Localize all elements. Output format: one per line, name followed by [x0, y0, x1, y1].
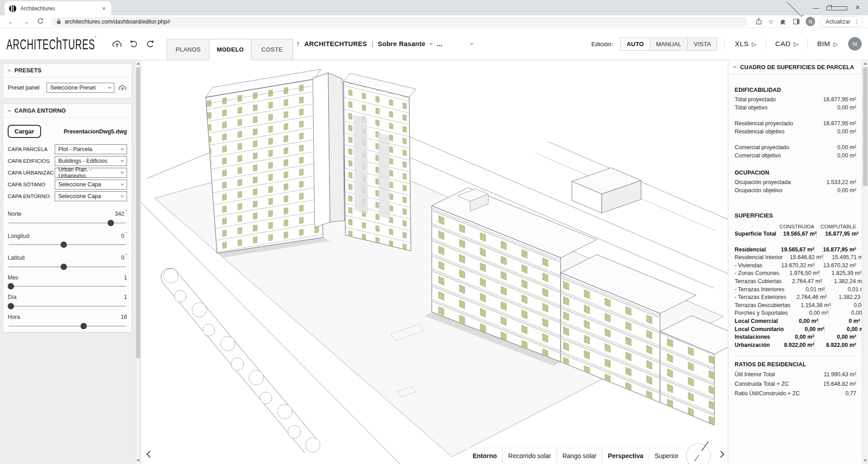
preset-upload-icon[interactable] — [118, 84, 127, 92]
browser-tab-title: Architechtures — [20, 5, 97, 12]
window-controls: — × — [785, 0, 868, 15]
reload-icon[interactable] — [34, 18, 46, 26]
slider-thumb[interactable] — [61, 264, 67, 270]
slider-track[interactable] — [9, 244, 126, 245]
presets-panel-header[interactable]: PRESETS — [3, 64, 132, 77]
slider-track[interactable] — [9, 326, 126, 327]
tab-close-icon[interactable]: × — [101, 5, 107, 12]
favicon-architechtures-icon — [9, 5, 16, 12]
superficies-heading: SUPERFICIES — [735, 213, 856, 219]
viewport-3d[interactable]: EntornoRecorrido solarRango solarPerspec… — [141, 60, 728, 464]
chevron-down-icon — [121, 194, 124, 197]
edition-auto[interactable]: AUTO — [620, 38, 650, 51]
bookmark-star-icon[interactable]: ☆ — [768, 18, 774, 26]
restore-button[interactable] — [826, 4, 847, 11]
browser-tab[interactable]: Architechtures × — [5, 1, 111, 15]
slider-norte: Norte342 ° — [8, 208, 127, 223]
chevron-down-icon — [108, 85, 111, 89]
view-button-rango-solar[interactable]: Rango solar — [557, 448, 602, 464]
bim-export-button[interactable]: BIM▷ — [814, 40, 841, 48]
main-area: PRESETS Preset panel Seleccione Preset — [0, 60, 868, 464]
project-name[interactable]: ARCHITECHTURES — [304, 40, 367, 47]
extra-chevron-icon[interactable] — [470, 41, 473, 44]
user-avatar[interactable]: N — [848, 37, 862, 51]
cargar-button[interactable]: Cargar — [8, 125, 41, 138]
tab-modelo[interactable]: MODELO — [209, 39, 251, 60]
ocupacion-heading: OCUPACION — [735, 170, 856, 176]
level-selector[interactable]: Sobre Rasante — [378, 40, 425, 47]
up-arrow-icon[interactable]: ↑ — [296, 40, 300, 48]
cloud-upload-icon[interactable] — [112, 39, 123, 49]
preset-panel-label: Preset panel — [8, 85, 43, 91]
stat-row: Total objetivo0,00 m² — [735, 104, 856, 112]
surface-row: Residencial Interior15.646,82 m²15.495,7… — [735, 254, 856, 262]
capa-select[interactable]: Urban Plan. - Urbanismo — [55, 168, 127, 178]
slider-thumb[interactable] — [8, 283, 14, 289]
view-button-perspectiva[interactable]: Perspectiva — [602, 448, 649, 464]
undo-icon[interactable] — [129, 39, 139, 48]
update-button[interactable]: Actualizar ⋮ — [820, 16, 863, 27]
sidebar-scrollbar[interactable] — [135, 60, 141, 464]
toolbar-icons: ☆ N — [755, 17, 815, 26]
slider-hora: Hora16 — [8, 313, 127, 327]
tab-coste[interactable]: COSTE — [251, 39, 293, 60]
forward-icon[interactable]: → — [20, 18, 32, 25]
preset-select[interactable]: Seleccione Preset — [47, 83, 114, 93]
url-text: architechtures.com/dashboard/editor.php# — [65, 19, 170, 25]
browser-profile-avatar[interactable]: N — [806, 17, 815, 26]
surface-row: - Zonas Comunes1.976,50 m²1.825,39 m² — [735, 270, 856, 278]
view-button-superior[interactable]: Superior — [649, 448, 684, 464]
surface-row: Instalaciones0,00 m²0,00 m² — [735, 333, 856, 341]
collapse-caret-icon — [733, 66, 736, 69]
capa-select[interactable]: Seleccione Capa — [55, 180, 127, 189]
slider-mes: Mes1 — [8, 274, 127, 287]
view-button-entorno[interactable]: Entorno — [467, 448, 502, 464]
share-icon[interactable] — [755, 18, 763, 25]
surfaces-scrollbar[interactable] — [862, 60, 868, 464]
stat-row: Total proyectado16.877,95 m² — [735, 95, 856, 104]
slider-track[interactable] — [9, 306, 126, 307]
browser-menu-chevron-icon[interactable] — [785, 4, 806, 11]
chevron-down-icon — [121, 182, 124, 185]
superficies-table: Superficie Total19.565,67 m²16.877,95 m²… — [735, 230, 856, 349]
close-button[interactable]: × — [847, 3, 868, 12]
surfaces-panel-header[interactable]: CUADRO DE SUPERFICIES DE PARCELA — [728, 60, 862, 74]
view-controls-bar: EntornoRecorrido solarRango solarPerspec… — [467, 440, 727, 464]
export-arrow-icon: ▷ — [834, 41, 839, 47]
capa-select[interactable]: Seleccione Capa — [55, 191, 127, 201]
sidebar-collapse-chevron[interactable] — [147, 450, 152, 459]
extensions-puzzle-icon[interactable] — [779, 18, 787, 25]
panel-collapse-chevron[interactable] — [718, 450, 723, 459]
stat-row: Construida Total + ZC15.646,82 m² — [735, 379, 856, 389]
tower-building — [206, 69, 416, 257]
capa-select[interactable]: Buildings - Edificios — [55, 156, 127, 166]
level-chevron-icon[interactable] — [429, 41, 433, 44]
surface-row: Local Comercial0,00 m²0 m² — [735, 317, 856, 326]
carga-entorno-header[interactable]: CARGA ENTORNO — [3, 104, 132, 118]
browser-menu-kebab-icon[interactable]: ⋮ — [854, 18, 859, 25]
slider-thumb[interactable] — [8, 303, 14, 309]
back-icon[interactable]: ← — [5, 18, 17, 25]
edition-manual[interactable]: MANUAL — [650, 38, 687, 51]
cad-export-button[interactable]: CAD▷ — [773, 40, 802, 48]
compass[interactable] — [685, 440, 715, 464]
slider-track[interactable] — [9, 286, 126, 287]
side-panel-icon[interactable] — [793, 18, 800, 25]
capa-select[interactable]: Plot - Parcela — [55, 144, 127, 154]
address-bar[interactable]: architechtures.com/dashboard/editor.php# — [52, 17, 748, 27]
tab-planos[interactable]: PLANOS — [167, 39, 209, 60]
minimize-button[interactable]: — — [806, 4, 826, 11]
browser-toolbar: ← → architechtures.com/dashboard/editor.… — [0, 15, 868, 28]
slider-thumb[interactable] — [80, 323, 87, 329]
slider-thumb[interactable] — [108, 220, 114, 226]
slider-track[interactable] — [9, 266, 126, 267]
more-menu[interactable]: ... — [437, 40, 443, 47]
slider-track[interactable] — [9, 223, 126, 223]
slider-thumb[interactable] — [61, 241, 67, 248]
view-button-recorrido-solar[interactable]: Recorrido solar — [502, 448, 557, 464]
surface-row: Terrazas Cubiertas2.764,47 m²1.382,24 m² — [735, 278, 856, 286]
redo-icon[interactable] — [145, 39, 155, 48]
xls-export-button[interactable]: XLS▷ — [732, 40, 759, 48]
edition-vista[interactable]: VISTA — [687, 38, 717, 51]
project-breadcrumb: ↑ ARCHITECHTURES | Sobre Rasante ... — [296, 28, 473, 60]
